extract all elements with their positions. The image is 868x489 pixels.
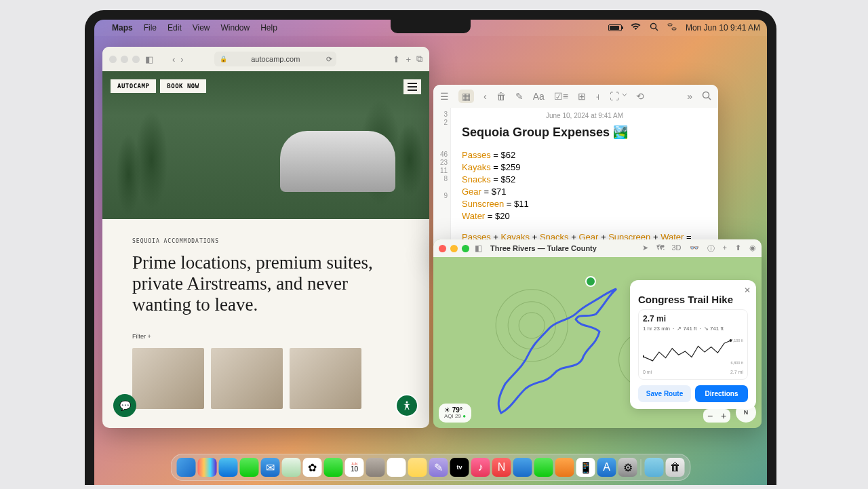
info-icon[interactable]: ⓘ [707,243,715,254]
iphone-mirroring-icon[interactable]: 📱 [576,458,595,477]
mail-app-icon[interactable]: ✉ [261,458,280,477]
autocamp-logo[interactable]: AUTOCAMP [111,79,156,93]
svg-point-0 [650,24,656,29]
reminders-app-icon[interactable] [387,458,406,477]
zoom-in-button[interactable]: + [717,409,730,423]
search-icon[interactable] [702,91,711,102]
safari-app-icon[interactable] [219,458,238,477]
3d-toggle[interactable]: 3D [672,243,682,254]
app-menu[interactable]: Maps [112,23,133,33]
format-icon[interactable]: Aa [533,91,545,102]
more-icon[interactable]: » [687,91,692,102]
tv-app-icon[interactable]: tv [450,458,469,477]
svg-point-4 [406,402,408,404]
location-icon[interactable]: ➤ [642,243,648,254]
save-route-button[interactable]: Save Route [638,385,691,402]
weather-widget[interactable]: ☀ 79° AQI 29 ● [439,404,471,423]
help-menu[interactable]: Help [260,23,277,33]
appstore-app-icon[interactable]: A [597,458,616,477]
zoom-out-button[interactable]: − [703,409,717,423]
maps-app-icon[interactable] [282,458,301,477]
sidebar-icon[interactable]: ◧ [475,243,482,253]
notes-app-icon[interactable] [408,458,427,477]
expense-line: Kayaks = $259 [462,161,707,174]
media-icon[interactable]: ⛶ ˅ [610,91,627,102]
photos-app-icon[interactable]: ✿ [303,458,322,477]
note-date: June 10, 2024 at 9:41 AM [462,112,707,119]
facetime-app-icon[interactable] [324,458,343,477]
map-canvas[interactable]: ✕ Congress Trail Hike 2.7 mi 1 hr 23 min… [433,257,762,428]
tabs-icon[interactable]: ⧉ [416,54,422,64]
expense-line: Passes = $62 [462,149,707,161]
view-menu[interactable]: View [193,23,210,33]
settings-app-icon[interactable]: ⚙ [618,458,637,477]
downloads-folder-icon[interactable] [645,458,664,477]
list-icon[interactable]: ☰ [440,91,449,102]
directions-button[interactable]: Directions [695,385,748,402]
accessibility-button[interactable] [395,394,418,417]
filter-button[interactable]: Filter + [132,333,399,340]
trash-icon[interactable]: 🗑 [666,458,685,477]
accommodation-card[interactable] [211,348,283,409]
reload-icon[interactable]: ⟳ [326,55,332,64]
control-center-icon[interactable] [667,23,677,33]
battery-icon[interactable] [608,24,622,31]
minimize-button[interactable] [450,245,458,252]
menubar-datetime[interactable]: Mon Jun 10 9:41 AM [686,23,760,33]
maximize-button[interactable] [462,245,469,252]
trailhead-pin[interactable] [585,276,596,287]
compass[interactable]: N [736,402,756,423]
back-icon[interactable]: ‹ [484,91,487,102]
share-icon[interactable]: ⬆ [735,243,741,254]
file-menu[interactable]: File [144,23,157,33]
add-icon[interactable]: + [723,243,727,254]
accommodation-card[interactable] [132,348,204,409]
close-button[interactable] [439,245,446,252]
news-app-icon[interactable]: N [492,458,511,477]
address-bar[interactable]: 🔒 autocamp.com ⟳ [214,52,336,66]
svg-point-8 [643,355,644,357]
appstore-app-icon[interactable] [513,458,532,477]
close-icon[interactable]: ✕ [744,286,751,295]
maximize-button[interactable] [132,56,140,63]
spotlight-icon[interactable] [650,22,658,33]
compose-icon[interactable]: ✎ [515,91,524,102]
music-app-icon[interactable]: ♪ [471,458,490,477]
contacts-app-icon[interactable] [366,458,385,477]
url-text: autocamp.com [251,55,300,63]
account-icon[interactable]: ◉ [749,243,756,254]
book-now-button[interactable]: BOOK NOW [160,79,205,93]
wifi-icon[interactable] [631,23,641,33]
numbers-app-icon[interactable] [534,458,553,477]
calendar-app-icon[interactable]: JUN10 [345,458,364,477]
back-button[interactable]: ‹ [172,54,175,64]
align-icon[interactable]: ⫞ [595,91,600,102]
share-icon[interactable]: ⬆ [393,54,400,64]
grid-icon[interactable]: ▦ [458,90,474,103]
close-button[interactable] [109,56,117,63]
zoom-controls: − + [703,409,730,423]
link-icon[interactable]: ⟲ [636,91,644,102]
chat-button[interactable]: 💬 [113,394,136,417]
minimize-button[interactable] [121,56,128,63]
finder-app-icon[interactable] [177,458,196,477]
freeform-app-icon[interactable]: ✎ [429,458,448,477]
notes-body[interactable]: June 10, 2024 at 9:41 AM Sequoia Group E… [451,108,718,257]
edit-menu[interactable]: Edit [167,23,182,33]
window-menu[interactable]: Window [221,23,250,33]
maps-window: ◧ Three Rivers — Tulare County ➤ 🗺 3D 👓 … [433,239,762,428]
trash-icon[interactable]: 🗑 [496,91,506,102]
new-tab-icon[interactable]: + [406,54,411,64]
accommodation-card[interactable] [290,348,361,409]
look-around-icon[interactable]: 👓 [690,243,699,254]
pages-app-icon[interactable] [555,458,574,477]
messages-app-icon[interactable] [240,458,259,477]
table-icon[interactable]: ⊞ [578,91,586,102]
launchpad-app-icon[interactable] [198,458,217,477]
checklist-icon[interactable]: ☑≡ [554,91,568,102]
trail-distance: 2.7 mi [643,314,666,324]
hamburger-menu[interactable] [403,79,421,94]
forward-button[interactable]: › [180,54,183,64]
map-mode-icon[interactable]: 🗺 [656,243,664,254]
sidebar-icon[interactable]: ◧ [145,54,153,64]
